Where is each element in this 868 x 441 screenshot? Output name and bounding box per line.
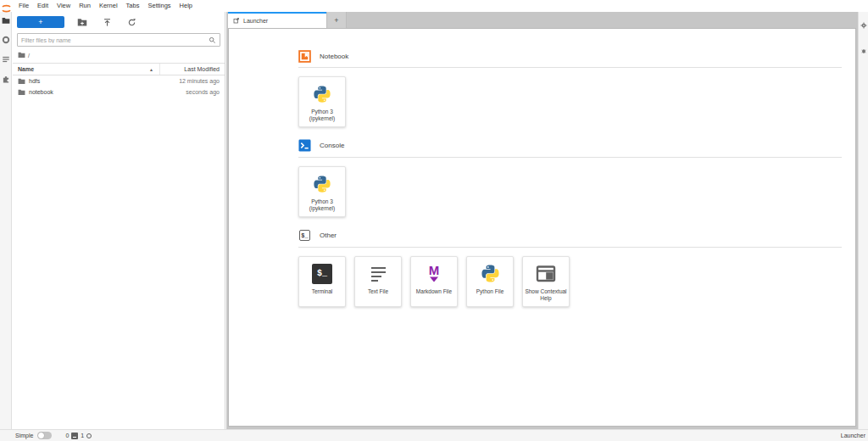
kernel-status-icon xyxy=(86,433,92,438)
file-browser-icon[interactable] xyxy=(2,16,10,25)
column-last-modified[interactable]: Last Modified xyxy=(159,64,225,75)
contextual-help-icon xyxy=(536,263,556,285)
simple-mode-label: Simple xyxy=(15,433,33,438)
running-sessions-status[interactable]: 0 1 xyxy=(65,433,92,439)
card-label: Python 3 (ipykernel) xyxy=(309,198,335,213)
launcher-panel: Notebook Python 3 xyxy=(228,28,856,427)
section-console-header: Console xyxy=(298,139,842,153)
section-title: Other xyxy=(320,232,337,239)
file-modified: seconds ago xyxy=(186,89,225,95)
card-markdown-file[interactable]: M Markdown File xyxy=(410,256,458,307)
terminal-icon: $_ xyxy=(312,263,332,285)
markdown-icon: M xyxy=(424,263,444,285)
terminal-status-icon xyxy=(71,433,78,439)
section-other-header: $_ Other xyxy=(298,229,842,243)
file-row-notebook[interactable]: notebook seconds ago xyxy=(13,87,225,98)
property-inspector-icon[interactable] xyxy=(860,17,867,32)
right-sidebar xyxy=(858,12,868,429)
menu-edit[interactable]: Edit xyxy=(33,0,53,12)
simple-mode-toggle[interactable] xyxy=(37,432,52,439)
card-console-python3[interactable]: Python 3 (ipykernel) xyxy=(298,166,346,217)
kernel-subname: (ipykernel) xyxy=(309,205,335,211)
card-notebook-python3[interactable]: Python 3 (ipykernel) xyxy=(298,76,346,127)
kernels-count: 1 xyxy=(81,433,84,438)
menu-tabs[interactable]: Tabs xyxy=(122,0,144,12)
card-label: Markdown File xyxy=(416,288,452,295)
notebook-icon xyxy=(298,50,311,63)
menu-run[interactable]: Run xyxy=(75,0,95,12)
launcher-tab-icon xyxy=(233,17,240,25)
python-icon xyxy=(313,83,331,105)
card-label: Python 3 (ipykernel) xyxy=(309,109,335,123)
menu-file[interactable]: File xyxy=(14,0,33,12)
section-notebook: Notebook Python 3 xyxy=(298,49,842,127)
new-tab-button[interactable]: + xyxy=(326,12,347,28)
console-icon xyxy=(298,139,311,152)
kernel-name: Python 3 xyxy=(311,198,333,204)
jupyterlab-app: File Edit View Run Kernel Tabs Settings … xyxy=(0,0,868,441)
section-divider xyxy=(298,247,842,248)
status-bar: Simple 0 1 Launcher xyxy=(0,429,868,441)
file-name: notebook xyxy=(29,89,53,95)
filter-files-input[interactable] xyxy=(21,37,209,43)
kernel-subname: (ipykernel) xyxy=(309,115,335,121)
search-icon xyxy=(209,32,216,47)
console-cards: Python 3 (ipykernel) xyxy=(298,166,842,217)
running-sessions-icon[interactable] xyxy=(2,36,10,44)
sort-arrow-icon[interactable]: ▲ xyxy=(149,67,153,72)
folder-icon xyxy=(18,77,25,86)
terminals-count: 0 xyxy=(65,433,69,438)
menu-settings[interactable]: Settings xyxy=(143,0,175,12)
tab-launcher[interactable]: Launcher xyxy=(228,12,326,28)
file-list-header: Name ▲ Last Modified xyxy=(13,63,225,75)
file-browser-toolbar: + xyxy=(13,12,225,31)
tab-bar: Launcher + xyxy=(226,12,858,28)
filter-box xyxy=(17,33,220,47)
python-icon xyxy=(313,173,331,195)
refresh-icon[interactable] xyxy=(125,16,138,28)
tab-launcher-label: Launcher xyxy=(243,18,268,24)
menu-bar: File Edit View Run Kernel Tabs Settings … xyxy=(0,0,868,12)
terminal-icon: $_ xyxy=(298,229,311,242)
jupyter-logo-icon xyxy=(1,2,12,12)
upload-icon[interactable] xyxy=(100,16,114,28)
file-name: hdfs xyxy=(29,78,40,84)
new-folder-icon[interactable] xyxy=(75,16,89,28)
toggle-knob xyxy=(38,433,44,438)
card-python-file[interactable]: Python File xyxy=(466,256,514,307)
section-title: Notebook xyxy=(320,53,348,60)
section-divider xyxy=(298,157,842,158)
section-console: Console Python 3 xyxy=(298,139,842,217)
section-other: $_ Other $_ Terminal xyxy=(298,229,842,307)
new-launcher-button[interactable]: + xyxy=(17,16,64,28)
file-browser-panel: + / Name ▲ xyxy=(13,12,225,429)
extension-manager-icon[interactable] xyxy=(2,75,10,83)
row-name: notebook xyxy=(13,88,186,97)
card-label: Terminal xyxy=(312,288,333,295)
terminal-glyph: $_ xyxy=(299,230,310,241)
card-show-contextual-help[interactable]: Show Contextual Help xyxy=(522,256,570,307)
current-activity-label: Launcher xyxy=(841,433,865,438)
left-sidebar xyxy=(0,12,12,429)
menu-help[interactable]: Help xyxy=(175,0,197,12)
other-cards: $_ Terminal xyxy=(298,256,842,307)
menu-view[interactable]: View xyxy=(53,0,75,12)
section-title: Console xyxy=(320,142,344,149)
file-row-hdfs[interactable]: hdfs 12 minutes ago xyxy=(13,75,225,87)
python-icon xyxy=(481,263,500,285)
notebook-cards: Python 3 (ipykernel) xyxy=(298,76,842,127)
menu-kernel[interactable]: Kernel xyxy=(95,0,122,12)
launcher-body: Notebook Python 3 xyxy=(229,29,855,307)
breadcrumb-root[interactable]: / xyxy=(28,53,30,59)
file-modified: 12 minutes ago xyxy=(179,78,225,84)
card-text-file[interactable]: Text File xyxy=(354,256,402,307)
home-folder-icon[interactable] xyxy=(18,51,25,59)
table-of-contents-icon[interactable] xyxy=(2,55,10,64)
breadcrumb: / xyxy=(13,47,225,63)
card-terminal[interactable]: $_ Terminal xyxy=(298,256,346,307)
row-name: hdfs xyxy=(13,77,179,86)
column-name[interactable]: Name ▲ xyxy=(13,64,159,75)
debugger-bug-icon[interactable] xyxy=(860,42,867,58)
card-label: Text File xyxy=(368,288,388,295)
main-dock: Launcher + Notebook xyxy=(226,12,858,429)
